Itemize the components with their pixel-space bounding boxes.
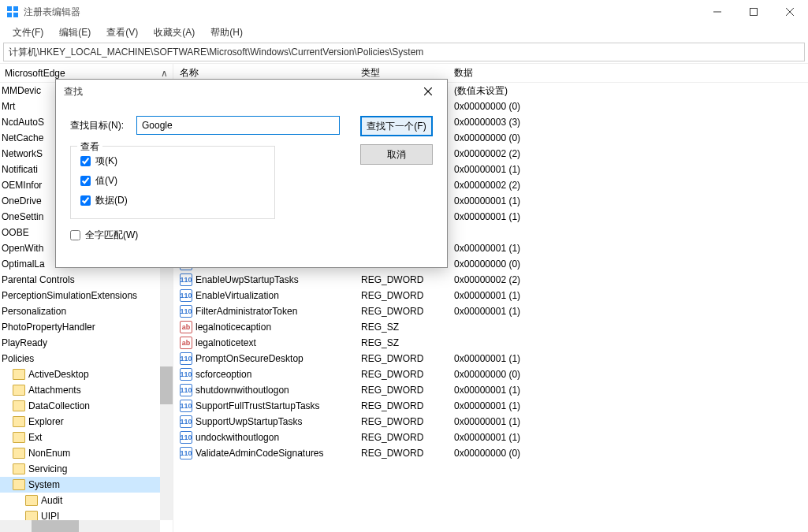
value-name: undockwithoutlogon <box>195 432 279 443</box>
tree-item-label: System <box>28 479 60 490</box>
tree-item[interactable]: Personalization <box>0 303 173 319</box>
tree-item-label: UIPI <box>41 511 59 520</box>
check-whole-word[interactable]: 全字匹配(W) <box>70 229 433 242</box>
check-data[interactable]: 数据(D) <box>80 194 265 207</box>
tree-item[interactable]: NonEnum <box>0 445 173 461</box>
minimize-button[interactable] <box>699 0 735 24</box>
find-next-button[interactable]: 查找下一个(F) <box>360 116 433 136</box>
tree-item-label: PerceptionSimulationExtensions <box>2 290 137 301</box>
cell-data: 0x00000000 (0) <box>448 369 808 380</box>
check-values-box[interactable] <box>80 176 91 186</box>
tree-header-label: MicrosoftEdge <box>5 68 161 79</box>
check-data-label: 数据(D) <box>95 194 128 207</box>
menu-help[interactable]: 帮助(H) <box>204 24 249 41</box>
list-row[interactable]: 110EnableUwpStartupTasksREG_DWORD0x00000… <box>173 272 808 288</box>
tree-item[interactable]: System <box>0 477 173 493</box>
menubar: 文件(F) 编辑(E) 查看(V) 收藏夹(A) 帮助(H) <box>0 24 808 41</box>
list-row[interactable]: 110PromptOnSecureDesktopREG_DWORD0x00000… <box>173 351 808 366</box>
check-values[interactable]: 值(V) <box>80 174 265 188</box>
value-name: scforceoption <box>195 369 251 380</box>
check-keys-box[interactable] <box>80 156 91 166</box>
svg-rect-1 <box>13 6 18 11</box>
cell-data: 0x00000002 (2) <box>448 148 808 159</box>
dialog-close-button[interactable] <box>412 80 444 102</box>
menu-edit[interactable]: 编辑(E) <box>53 24 97 41</box>
addressbar[interactable]: 计算机\HKEY_LOCAL_MACHINE\SOFTWARE\Microsof… <box>3 43 805 61</box>
list-row[interactable]: ablegalnoticetextREG_SZ <box>173 335 808 351</box>
tree-item-label: OneDrive <box>2 195 42 206</box>
tree-item[interactable]: Audit <box>0 493 173 508</box>
tree-item[interactable]: Servicing <box>0 461 173 477</box>
cell-data: (数值未设置) <box>448 84 808 98</box>
tree-item[interactable]: Parental Controls <box>0 272 173 288</box>
tree-horizontal-scrollbar[interactable] <box>0 520 160 532</box>
tree-item-label: OEMInfor <box>2 180 42 191</box>
close-button[interactable] <box>772 0 808 24</box>
cell-type: REG_DWORD <box>355 306 448 317</box>
cell-name: 110EnableVirtualization <box>173 289 355 302</box>
tree-item[interactable]: PerceptionSimulationExtensions <box>0 288 173 303</box>
tree-item[interactable]: Explorer <box>0 414 173 430</box>
cell-data: 0x00000001 (1) <box>448 385 808 396</box>
list-row[interactable]: 110ValidateAdminCodeSignaturesREG_DWORD0… <box>173 445 808 461</box>
binary-value-icon: 110 <box>180 273 192 286</box>
tree-item[interactable]: DataCollection <box>0 398 173 414</box>
tree-item-label: Ext <box>28 432 42 443</box>
cell-type: REG_SZ <box>355 322 448 333</box>
cell-type: REG_SZ <box>355 337 448 348</box>
window-title: 注册表编辑器 <box>24 6 699 19</box>
tree-item[interactable]: Attachments <box>0 382 173 398</box>
column-data[interactable]: 数据 <box>448 64 808 82</box>
find-dialog: 查找 查找目标(N): 查看 项(K) 值(V) 数据(D) 全字匹配(W) 查… <box>55 79 448 268</box>
tree-item[interactable]: UIPI <box>0 508 173 520</box>
menu-view[interactable]: 查看(V) <box>100 24 144 41</box>
cancel-label: 取消 <box>387 148 406 162</box>
cell-type: REG_DWORD <box>355 290 448 301</box>
cancel-button[interactable]: 取消 <box>360 144 433 165</box>
cell-data: 0x00000001 (1) <box>448 243 808 254</box>
cell-data: 0x00000000 (0) <box>448 132 808 143</box>
maximize-button[interactable] <box>735 0 772 24</box>
tree-item[interactable]: ActiveDesktop <box>0 366 173 382</box>
check-data-box[interactable] <box>80 195 91 206</box>
cell-data: 0x00000001 (1) <box>448 400 808 411</box>
check-whole-word-label: 全字匹配(W) <box>85 229 138 242</box>
list-row[interactable]: 110undockwithoutlogonREG_DWORD0x00000001… <box>173 430 808 445</box>
cell-name: 110SupportFullTrustStartupTasks <box>173 400 355 412</box>
find-target-input[interactable] <box>136 116 340 135</box>
folder-icon <box>13 385 25 396</box>
check-whole-word-box[interactable] <box>70 230 80 240</box>
dialog-title: 查找 <box>64 85 412 99</box>
cell-type: REG_DWORD <box>355 416 448 427</box>
cell-name: 110EnableUwpStartupTasks <box>173 273 355 286</box>
tree-item-label: Notificati <box>2 164 38 175</box>
value-name: SupportUwpStartupTasks <box>195 416 302 427</box>
list-row[interactable]: 110SupportUwpStartupTasksREG_DWORD0x0000… <box>173 414 808 430</box>
binary-value-icon: 110 <box>180 352 192 365</box>
list-row[interactable]: 110SupportFullTrustStartupTasksREG_DWORD… <box>173 398 808 414</box>
tree-item[interactable]: Ext <box>0 430 173 445</box>
binary-value-icon: 110 <box>180 368 192 381</box>
list-row[interactable]: 110shutdownwithoutlogonREG_DWORD0x000000… <box>173 382 808 398</box>
dialog-titlebar[interactable]: 查找 <box>56 80 447 103</box>
scrollbar-thumb[interactable] <box>32 520 79 532</box>
list-row[interactable]: 110EnableVirtualizationREG_DWORD0x000000… <box>173 288 808 303</box>
tree-item-label: ActiveDesktop <box>28 369 89 380</box>
list-row[interactable]: ablegalnoticecaptionREG_SZ <box>173 319 808 335</box>
tree-item[interactable]: PhotoPropertyHandler <box>0 319 173 335</box>
menu-favorites[interactable]: 收藏夹(A) <box>147 24 201 41</box>
tree-item-label: NetCache <box>2 132 43 143</box>
menu-file[interactable]: 文件(F) <box>6 24 50 41</box>
list-row[interactable]: 110FilterAdministratorTokenREG_DWORD0x00… <box>173 303 808 319</box>
value-name: EnableUwpStartupTasks <box>195 274 299 285</box>
look-at-group: 查看 项(K) 值(V) 数据(D) <box>70 146 275 219</box>
cell-type: REG_DWORD <box>355 385 448 396</box>
look-at-legend: 查看 <box>77 140 102 154</box>
tree-item[interactable]: Policies <box>0 351 173 366</box>
scrollbar-thumb[interactable] <box>160 366 173 404</box>
tree-item-label: NonEnum <box>28 448 70 459</box>
check-keys[interactable]: 项(K) <box>80 154 265 168</box>
list-row[interactable]: 110scforceoptionREG_DWORD0x00000000 (0) <box>173 366 808 382</box>
cell-type: REG_DWORD <box>355 274 448 285</box>
tree-item[interactable]: PlayReady <box>0 335 173 351</box>
